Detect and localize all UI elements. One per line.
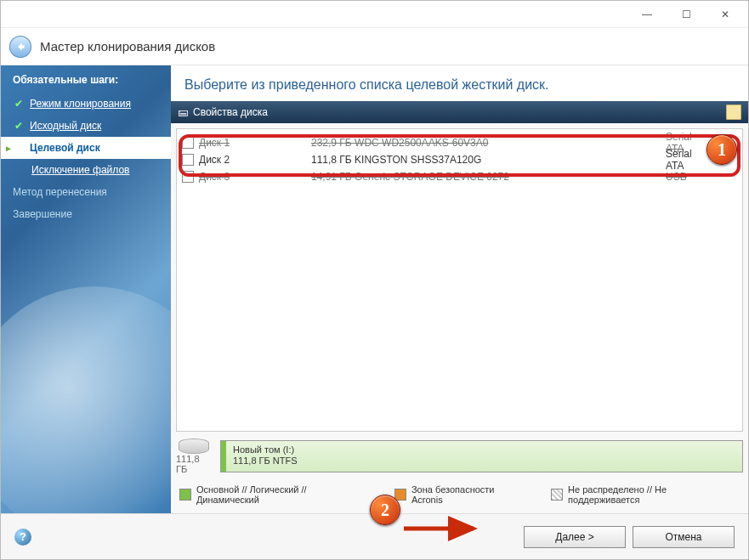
disk-row-2[interactable]: Диск 2 111,8 ГБ KINGSTON SHSS37A120G Ser… [177,151,742,168]
sidebar-heading: Обязательные шаги: [1,69,171,93]
partition-preview: 111,8 ГБ Новый том (I:) 111,8 ГБ NTFS [176,438,743,474]
callout-2: 2 [370,495,400,525]
disk-icon: 🖴 [178,106,188,118]
disk-capacity: 111,8 ГБ KINGSTON SHSS37A120G [311,154,666,166]
legend-primary: Основной // Логический // Динамический [196,484,371,505]
step-exclude-files[interactable]: Исключение файлов [1,159,171,181]
columns-icon[interactable] [726,105,741,120]
help-button[interactable]: ? [14,529,31,546]
partition-segment: Новый том (I:) 111,8 ГБ NTFS [221,441,742,472]
disk-total-size: 111,8 ГБ [176,454,212,474]
disk-name: Диск 2 [199,154,311,166]
wizard-window: — ☐ ✕ Мастер клонирования дисков Обязате… [0,0,749,560]
legend: Основной // Логический // Динамический З… [171,479,748,513]
back-arrow-icon [14,41,26,53]
check-icon: ✔ [13,120,25,132]
disk-row-3[interactable]: Диск 3 14,91 ГБ Generic STORAGE DEVICE 0… [177,168,742,185]
disk-row-1[interactable]: Диск 1 232,9 ГБ WDC WD2500AAKS-60V3A0 Se… [177,134,742,151]
checkbox[interactable] [182,137,194,149]
header: Мастер клонирования дисков [1,28,748,65]
step-clone-mode[interactable]: ✔Режим клонирования [1,93,171,115]
maximize-button[interactable]: ☐ [667,2,706,27]
disk-capacity: 14,91 ГБ Generic STORAGE DEVICE 0272 [311,171,666,183]
properties-label: Свойства диска [193,106,268,118]
disk-capacity: 232,9 ГБ WDC WD2500AAKS-60V3A0 [311,137,666,149]
step-finish: Завершение [1,203,171,225]
body: Обязательные шаги: ✔Режим клонирования ✔… [1,65,748,513]
step-target-disk[interactable]: Целевой диск [1,137,171,159]
instruction-text: Выберите из приведенного списка целевой … [171,65,748,101]
arrow-annotation [400,512,485,546]
disk-name: Диск 3 [199,171,311,183]
disk-interface: USB [666,171,742,183]
legend-acronis: Зона безопасности Acronis [411,484,527,505]
wizard-title: Мастер клонирования дисков [40,39,215,54]
check-icon: ✔ [13,98,25,110]
legend-swatch-primary [179,489,191,501]
legend-swatch-unalloc [551,489,563,501]
partition-bar[interactable]: Новый том (I:) 111,8 ГБ NTFS [220,440,743,472]
callout-1: 1 [706,134,737,165]
volume-desc: 111,8 ГБ NTFS [233,455,735,467]
disk-list: Диск 1 232,9 ГБ WDC WD2500AAKS-60V3A0 Se… [176,128,743,432]
sidebar: Обязательные шаги: ✔Режим клонирования ✔… [1,65,171,513]
disk-icon-large: 111,8 ГБ [176,438,212,474]
disk-properties-bar[interactable]: 🖴 Свойства диска [171,101,748,123]
minimize-button[interactable]: — [627,2,667,27]
step-transfer-method: Метод перенесения [1,181,171,203]
close-button[interactable]: ✕ [706,2,745,27]
volume-label: Новый том (I:) [233,444,735,455]
checkbox[interactable] [182,171,194,183]
next-button[interactable]: Далее > [524,526,626,548]
main-panel: Выберите из приведенного списка целевой … [171,65,748,513]
disk-name: Диск 1 [199,137,311,149]
back-button[interactable] [9,36,31,58]
cancel-button[interactable]: Отмена [633,526,735,548]
legend-unalloc: Не распределено // Не поддерживается [568,484,740,505]
step-source-disk[interactable]: ✔Исходный диск [1,115,171,137]
checkbox[interactable] [182,154,194,166]
titlebar: — ☐ ✕ [1,1,748,28]
